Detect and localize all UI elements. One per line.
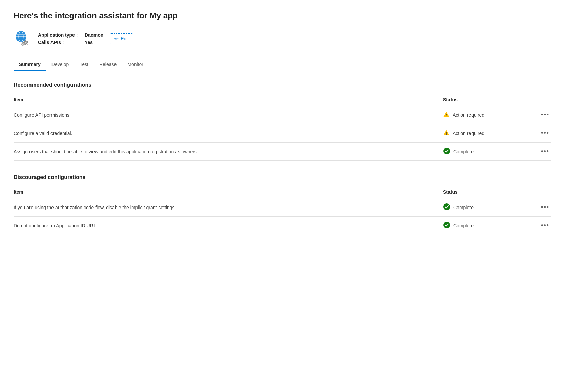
svg-rect-17: [22, 45, 23, 46]
status-cell: Complete: [443, 143, 538, 161]
warning-icon: !: [443, 111, 450, 119]
complete-icon: [443, 203, 451, 212]
discouraged-table: Item Status If you are using the authori…: [14, 186, 551, 235]
calls-apis-label: Calls APIs :: [38, 40, 82, 45]
calls-apis-value: Yes: [85, 40, 93, 45]
action-cell: •••: [538, 217, 551, 235]
status-text: Complete: [453, 149, 474, 154]
more-options-button[interactable]: •••: [539, 129, 551, 137]
item-cell: Assign users that should be able to view…: [14, 143, 443, 161]
more-options-button[interactable]: •••: [539, 111, 551, 119]
meta-info: Application type : Daemon Calls APIs : Y…: [38, 32, 103, 45]
action-cell: •••: [538, 198, 551, 217]
more-options-button[interactable]: •••: [539, 221, 551, 230]
svg-point-27: [443, 222, 450, 228]
discouraged-col-status: Status: [443, 186, 538, 198]
svg-rect-18: [21, 44, 22, 45]
svg-rect-7: [25, 44, 26, 45]
status-text: Action required: [453, 112, 484, 118]
warning-icon: !: [443, 129, 450, 137]
edit-icon: ✏: [114, 36, 119, 41]
edit-button[interactable]: ✏ Edit: [110, 33, 133, 44]
tab-develop[interactable]: Develop: [46, 58, 74, 71]
item-cell: If you are using the authorization code …: [14, 198, 443, 217]
svg-point-25: [443, 148, 450, 154]
more-options-button[interactable]: •••: [539, 203, 551, 212]
more-options-button[interactable]: •••: [539, 147, 551, 156]
item-cell: Configure API permissions.: [14, 106, 443, 124]
svg-text:!: !: [446, 131, 447, 135]
recommended-col-item: Item: [14, 93, 443, 106]
table-row: Configure API permissions. ! Action requ…: [14, 106, 551, 124]
discouraged-section: Discouraged configurations Item Status I…: [14, 174, 551, 235]
app-type-label: Application type :: [38, 32, 82, 38]
discouraged-col-action: [538, 186, 551, 198]
app-type-row: Application type : Daemon: [38, 32, 103, 38]
tab-release[interactable]: Release: [94, 58, 122, 71]
discouraged-col-item: Item: [14, 186, 443, 198]
calls-apis-row: Calls APIs : Yes: [38, 40, 103, 45]
action-cell: •••: [538, 124, 551, 143]
status-cell: ! Action required: [443, 124, 538, 143]
action-cell: •••: [538, 106, 551, 124]
tab-test[interactable]: Test: [74, 58, 94, 71]
page-title: Here's the integration assistant for My …: [14, 11, 551, 20]
app-icon: [14, 30, 31, 47]
svg-rect-19: [24, 44, 25, 45]
edit-label: Edit: [121, 36, 129, 41]
action-cell: •••: [538, 143, 551, 161]
table-row: If you are using the authorization code …: [14, 198, 551, 217]
tab-bar: Summary Develop Test Release Monitor: [14, 58, 551, 71]
svg-point-26: [443, 203, 450, 210]
table-row: Do not configure an Application ID URI. …: [14, 217, 551, 235]
item-cell: Do not configure an Application ID URI.: [14, 217, 443, 235]
status-cell: Complete: [443, 198, 538, 217]
svg-rect-16: [22, 42, 23, 43]
recommended-title: Recommended configurations: [14, 82, 551, 88]
tab-summary[interactable]: Summary: [14, 58, 46, 71]
svg-rect-8: [23, 42, 25, 43]
status-cell: ! Action required: [443, 106, 538, 124]
table-row: Configure a valid credential. ! Action r…: [14, 124, 551, 143]
svg-text:!: !: [446, 113, 447, 117]
svg-point-14: [25, 42, 27, 44]
recommended-table: Item Status Configure API permissions. !…: [14, 93, 551, 161]
complete-icon: [443, 147, 451, 156]
complete-icon: [443, 221, 451, 230]
status-text: Action required: [453, 131, 484, 136]
table-row: Assign users that should be able to view…: [14, 143, 551, 161]
status-cell: Complete: [443, 217, 538, 235]
svg-rect-6: [25, 40, 26, 42]
recommended-col-action: [538, 93, 551, 106]
recommended-col-status: Status: [443, 93, 538, 106]
app-type-value: Daemon: [85, 32, 103, 38]
recommended-section: Recommended configurations Item Status C…: [14, 82, 551, 161]
svg-point-20: [22, 44, 23, 45]
tab-monitor[interactable]: Monitor: [122, 58, 149, 71]
item-cell: Configure a valid credential.: [14, 124, 443, 143]
app-meta: Application type : Daemon Calls APIs : Y…: [14, 30, 551, 47]
status-text: Complete: [453, 223, 474, 228]
svg-rect-9: [27, 42, 28, 43]
discouraged-title: Discouraged configurations: [14, 174, 551, 180]
status-text: Complete: [453, 205, 474, 210]
